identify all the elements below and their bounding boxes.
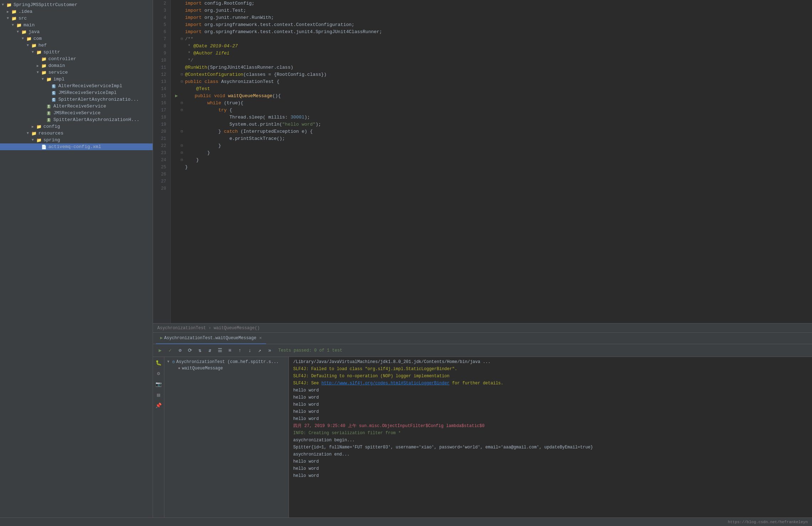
run-external-button[interactable]: ↗: [255, 346, 264, 355]
output-line: Spitter{id=1, fullName='FUT spitter03', …: [293, 444, 808, 451]
sidebar-item-JMSReceiveServiceImpl[interactable]: C JMSReceiveServiceImpl: [0, 89, 153, 96]
line-number-4: 4: [156, 14, 168, 21]
layout-icon[interactable]: ▤: [154, 390, 163, 399]
sidebar-item-activemq-config[interactable]: 📄 activemq-config.xml: [0, 143, 153, 150]
sidebar-item-SpitterAlertAsychronizationH[interactable]: I SpitterAlertAsychronizationH...: [0, 116, 153, 123]
tree-item-label: spring: [43, 137, 60, 143]
code-line-24: e.printStackTrace();: [175, 135, 808, 142]
sidebar-item-controller[interactable]: 📁 controller: [0, 56, 153, 62]
tree-item-label: .idea: [19, 9, 32, 14]
tree-icon-folder: 📁: [41, 63, 47, 68]
run-more-button[interactable]: »: [265, 346, 274, 355]
editor-area: 2345678910111213141516171819202122232425…: [153, 0, 812, 517]
tree-arrow: ▼: [30, 50, 36, 54]
sidebar-item-main[interactable]: ▼ 📁 main: [0, 22, 153, 28]
fold-marker[interactable]: ⊟: [181, 78, 185, 85]
line-number-22: 22: [156, 142, 168, 149]
output-normal: Spitter{id=1, fullName='FUT spitter03', …: [293, 445, 593, 450]
code-token: Thread.sleep( millis:: [185, 114, 290, 121]
line-number-5: 5: [156, 21, 168, 28]
run-sort2-button[interactable]: ⇵: [206, 346, 214, 355]
code-token: import: [185, 21, 202, 28]
sidebar-item-config[interactable]: ▶ 📁 config: [0, 123, 153, 130]
output-normal: asychronization end...: [293, 452, 349, 457]
sidebar-item-hef[interactable]: ▼ 📁 hef: [0, 42, 153, 49]
sidebar-item-spittr[interactable]: ▼ 📁 spittr: [0, 49, 153, 56]
tree-item-label: JMSReceiveServiceImpl: [58, 90, 117, 95]
code-token: @Author: [193, 50, 213, 57]
sidebar-item-service[interactable]: ▼ 📁 service: [0, 69, 153, 76]
output-line: hello word: [293, 465, 808, 472]
run-play-button[interactable]: ▶: [156, 346, 164, 355]
run-tree-item-test1[interactable]: ● waitQueueMessage: [164, 365, 289, 372]
code-line-19: ⊟ while (true){: [175, 100, 808, 107]
code-token: 2019-04-27: [210, 43, 238, 50]
sidebar-item-java[interactable]: ▼ 📁 java: [0, 28, 153, 35]
sidebar-item-com[interactable]: ▼ 📁 com: [0, 35, 153, 42]
code-token: @Test: [196, 85, 210, 93]
tree-arrow: ▼: [25, 131, 31, 135]
breadcrumb: AsychronizationTest › waitQueueMessage(): [157, 326, 260, 331]
fold-marker[interactable]: ⊟: [181, 107, 185, 114]
run-sort1-button[interactable]: ⇅: [196, 346, 204, 355]
output-line: hello word: [293, 408, 808, 415]
sidebar-item-AlterReceiveServiceImpl[interactable]: C AlterReceiveServiceImpl: [0, 83, 153, 89]
code-token: import: [185, 0, 202, 7]
code-token: (SpringJUnit4ClassRunner.class): [207, 64, 293, 71]
run-check-button[interactable]: ✓: [166, 346, 174, 355]
run-tree-item-root[interactable]: ▼ ◎ AsychronizationTest (com.hef.spittr.…: [164, 358, 289, 365]
code-token: public: [195, 93, 211, 100]
sidebar-item-AlterReceiveService[interactable]: I AlterReceiveService: [0, 103, 153, 110]
run-up-button[interactable]: ↑: [236, 346, 244, 355]
fold-marker[interactable]: ⊟: [181, 71, 185, 78]
code-token: org.springframework.test.context.Context…: [202, 21, 354, 28]
camera-icon[interactable]: 📷: [154, 380, 163, 388]
sidebar-item-root[interactable]: ▼ 📁 SpringJMSSpittrCustomer: [0, 1, 153, 8]
output-link[interactable]: http://www.slf4j.org/codes.html#StaticLo…: [321, 381, 449, 386]
sidebar-item-idea[interactable]: ▶ 📁 .idea: [0, 8, 153, 15]
tree-item-label: spittr: [43, 49, 60, 55]
run-tree-label: waitQueueMessage: [182, 366, 223, 371]
run-down-button[interactable]: ↓: [246, 346, 254, 355]
run-output[interactable]: /Library/Java/JavaVirtualMachines/jdk1.8…: [289, 357, 812, 517]
line-number-15: 15: [156, 93, 168, 100]
output-warning: SLF4J: Failed to load class "org.slf4j.i…: [293, 367, 457, 372]
output-warning-suffix: for further details.: [449, 381, 503, 386]
tree-item-label: src: [19, 16, 27, 21]
output-normal: asychronization begin...: [293, 438, 355, 443]
tree-arrow: ▶: [30, 125, 36, 129]
fold-marker[interactable]: ⊟: [181, 157, 185, 164]
run-tab-run[interactable]: ▶ AsychronizationTest.waitQueueMessage ✕: [156, 333, 266, 344]
debug-icon[interactable]: 🐛: [154, 358, 163, 367]
sidebar-item-JMSReceiveService[interactable]: I JMSReceiveService: [0, 110, 153, 116]
sidebar-item-resources[interactable]: ▼ 📁 resources: [0, 130, 153, 137]
run-expand-button[interactable]: ☰: [216, 346, 224, 355]
run-tab-close[interactable]: ✕: [259, 335, 262, 341]
sidebar-item-src[interactable]: ▼ 📁 src: [0, 15, 153, 22]
output-line: asychronization begin...: [293, 437, 808, 444]
settings-icon[interactable]: ⚙: [154, 369, 163, 378]
run-stop-button[interactable]: ⊘: [176, 346, 184, 355]
sidebar-item-spring[interactable]: ▼ 📁 spring: [0, 137, 153, 143]
code-token: );: [304, 114, 310, 121]
code-line-4: import org.junit.Test;: [175, 7, 808, 14]
sidebar-item-impl[interactable]: ▼ 📁 impl: [0, 76, 153, 83]
code-content[interactable]: import config.RootConfig;import org.juni…: [171, 0, 812, 323]
fold-marker[interactable]: ⊟: [181, 149, 185, 157]
output-normal: hello word: [293, 473, 319, 478]
fold-marker[interactable]: ⊟: [181, 36, 185, 43]
fold-marker[interactable]: ⊟: [181, 142, 185, 149]
fold-marker[interactable]: ⊟: [181, 100, 185, 107]
run-rerun-button[interactable]: ⟳: [186, 346, 194, 355]
code-token: /**: [185, 36, 193, 43]
fold-marker[interactable]: ⊟: [181, 128, 185, 135]
sidebar-item-SpitterAlertAsychronizatio[interactable]: C SpitterAlertAsychronizatio...: [0, 96, 153, 103]
tree-icon-folder: 📁: [31, 43, 37, 48]
run-collapse-button[interactable]: ≡: [226, 346, 234, 355]
code-token: [213, 50, 216, 57]
tree-icon-interface-green: I: [46, 117, 52, 122]
sidebar-item-domain[interactable]: ▶ 📁 domain: [0, 62, 153, 69]
tree-item-label: AlterReceiveService: [53, 104, 106, 109]
pin-icon[interactable]: 📌: [154, 401, 163, 410]
code-token: );: [316, 121, 321, 128]
